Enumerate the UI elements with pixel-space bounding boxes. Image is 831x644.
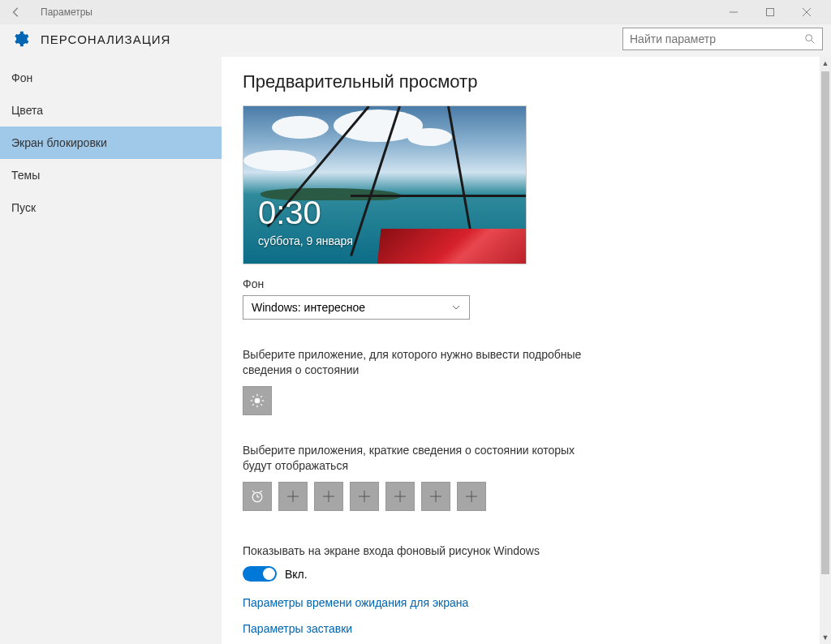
quick-slot-empty-6[interactable] [457,482,486,511]
window-title: Параметры [41,6,93,18]
scrollbar-thumb[interactable] [821,71,829,574]
plus-icon [359,491,370,502]
back-button[interactable] [6,2,26,22]
show-bg-label: Показывать на экране входа фоновый рисун… [243,543,592,559]
svg-rect-1 [766,9,773,16]
svg-line-19 [260,491,262,492]
quick-slot-empty-3[interactable] [350,482,379,511]
toggle-row: Вкл. [243,566,810,582]
sidebar-item-start[interactable]: Пуск [0,191,222,224]
scroll-up-icon[interactable]: ▲ [820,57,831,70]
search-box[interactable] [622,28,823,50]
detailed-app-label: Выберите приложение, для которого нужно … [243,347,592,378]
dropdown-value: Windows: интересное [252,301,365,314]
scroll-down-icon[interactable]: ▼ [820,631,831,644]
plus-icon [430,491,441,502]
weather-icon [249,393,265,409]
header-row: ПЕРСОНАЛИЗАЦИЯ [0,24,831,57]
quick-apps-label: Выберите приложения, краткие сведения о … [243,443,592,474]
svg-line-11 [252,396,254,397]
background-label: Фон [243,277,810,290]
sidebar-item-themes[interactable]: Темы [0,159,222,191]
quick-apps-row [243,482,810,511]
svg-line-5 [812,41,815,44]
plus-icon [287,491,299,502]
quick-slot-alarm[interactable] [243,482,272,511]
quick-slot-empty-5[interactable] [421,482,450,511]
toggle-state-label: Вкл. [285,568,308,581]
alarm-icon [249,488,265,504]
plus-icon [394,491,406,502]
svg-point-6 [255,397,260,403]
scrollbar[interactable]: ▲ ▼ [820,57,831,644]
lockscreen-preview: 0:30 суббота, 9 января [243,105,527,264]
svg-line-14 [260,396,262,397]
svg-line-18 [252,491,255,492]
link-screensaver[interactable]: Параметры заставки [243,622,810,635]
show-bg-toggle[interactable] [243,566,277,582]
close-button[interactable] [788,0,825,24]
gear-icon [11,30,29,48]
plus-icon [323,491,334,502]
sidebar: Фон Цвета Экран блокировки Темы Пуск [0,57,222,644]
content-pane: Предварительный просмотр 0:30 суббота, 9… [222,57,831,644]
quick-slot-empty-2[interactable] [314,482,343,511]
body-area: Фон Цвета Экран блокировки Темы Пуск Пре… [0,57,831,644]
plus-icon [466,491,477,502]
sidebar-item-lockscreen[interactable]: Экран блокировки [0,127,222,159]
section-title: ПЕРСОНАЛИЗАЦИЯ [41,32,170,46]
search-input[interactable] [630,32,804,45]
svg-line-13 [252,404,254,406]
search-icon [804,33,816,45]
window-controls [715,0,825,24]
detailed-app-slot[interactable] [243,386,272,415]
titlebar: Параметры [0,0,831,24]
chevron-down-icon [451,303,461,312]
page-heading: Предварительный просмотр [243,71,810,92]
quick-slot-empty-4[interactable] [385,482,415,511]
quick-slot-empty-1[interactable] [278,482,308,511]
svg-point-4 [806,35,812,41]
minimize-button[interactable] [715,0,751,24]
link-screen-timeout[interactable]: Параметры времени ожидания для экрана [243,596,810,609]
maximize-button[interactable] [751,0,788,24]
sidebar-item-colors[interactable]: Цвета [0,94,222,127]
svg-line-12 [260,404,262,406]
lock-time: 0:30 [258,195,321,231]
lock-date: суббота, 9 января [258,234,353,247]
background-dropdown[interactable]: Windows: интересное [243,295,470,320]
sidebar-item-background[interactable]: Фон [0,62,222,94]
